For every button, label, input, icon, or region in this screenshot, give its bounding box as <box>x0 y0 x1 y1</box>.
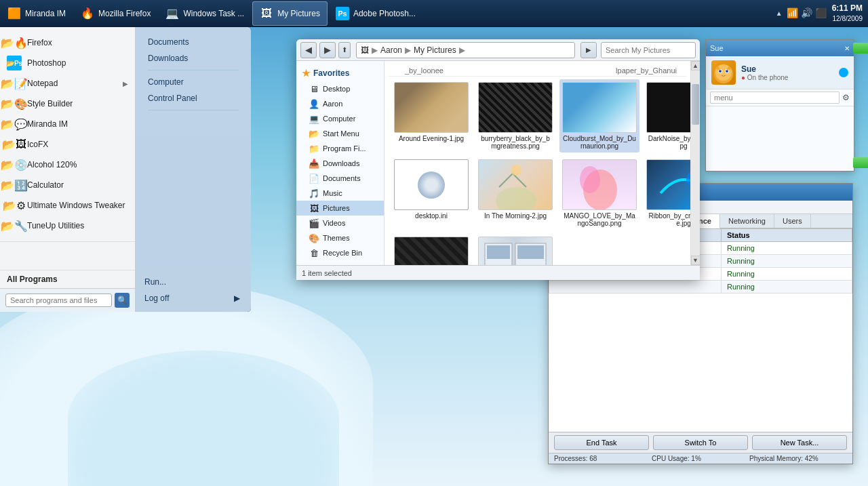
svg-line-1 <box>499 174 513 187</box>
mc-avatar <box>711 60 736 85</box>
task-mgr-icon: 💻 <box>165 7 179 20</box>
fe-sidebar-desktop[interactable]: 🖥 Desktop <box>296 81 384 96</box>
tm-tab-networking[interactable]: Networking <box>720 214 774 228</box>
my-pictures-icon: 🖼 <box>260 7 273 20</box>
desktop-ini-label: desktop.ini <box>415 212 448 220</box>
fe-scroll-down-btn[interactable]: ▼ <box>691 256 701 265</box>
start-item-uw-tweaker[interactable]: ⚙ Ultimate Windows Tweaker <box>0 195 135 216</box>
mc-title: Sue <box>710 44 844 52</box>
fe-sidebar-program-files[interactable]: 📁 Program Fi... <box>296 141 384 156</box>
fe-scroll-track[interactable] <box>691 70 700 256</box>
computer-label: Computer <box>323 115 355 123</box>
fe-sidebar-start-menu[interactable]: 📂 Start Menu <box>296 126 384 141</box>
fe-forward-button[interactable]: ▶ <box>319 42 336 58</box>
fe-sidebar-aaron[interactable]: 👤 Aaron <box>296 96 384 111</box>
fe-up-button[interactable]: ⬆ <box>338 42 351 58</box>
mc-gear-icon[interactable]: ⚙ <box>842 93 850 102</box>
start-search-input[interactable] <box>5 293 112 307</box>
start-item-tuneup[interactable]: 🔧 TuneUp Utilities <box>0 216 135 236</box>
fe-sidebar-themes[interactable]: 🎨 Themes <box>296 230 384 245</box>
fe-thumb-mango[interactable]: MANGO_LOVE_by_MangoSango.png <box>559 157 639 230</box>
fe-thumb-lp[interactable] <box>475 234 555 265</box>
cloudburst-image <box>562 82 637 133</box>
fe-thumb-ribbon[interactable]: Ribbon_by_cranial_bore.jpg <box>644 157 690 230</box>
fe-breadcrumb-mypictures: My Pictures <box>414 45 456 55</box>
ini-gear-shape <box>418 171 445 199</box>
fe-sidebar-videos[interactable]: 🎬 Videos <box>296 216 384 230</box>
firefox-prog-icon: 🔥 <box>7 35 22 50</box>
fe-sidebar-music[interactable]: 🎵 Music <box>296 186 384 201</box>
fe-thumb-cloudburst[interactable]: Cloudburst_Mod_by_Durnaurion.png <box>559 79 639 153</box>
taskbar-photoshop[interactable]: Ps Adobe Photosh... <box>329 1 422 26</box>
start-right-control-panel[interactable]: Control Panel <box>142 90 244 106</box>
fe-scroll-thumb[interactable] <box>692 84 699 125</box>
fe-thumbnails-grid: Around Evening-1.jpg burryberry_black_by… <box>389 77 686 265</box>
fe-thumb-darknoise[interactable]: DarkNoise_by_PhilOS.jpg <box>644 79 690 153</box>
taskbar-task-mgr[interactable]: 💻 Windows Task ... <box>159 1 251 26</box>
tm-tab-users[interactable]: Users <box>774 214 811 228</box>
start-item-notepad[interactable]: 📝 Notepad ▶ <box>0 73 135 94</box>
fe-sidebar-computer[interactable]: 💻 Computer <box>296 111 384 126</box>
fe-breadcrumb-aaron: Aaron <box>380 45 402 55</box>
mc-chat-area[interactable] <box>706 106 854 171</box>
program-files-label: Program Fi... <box>323 144 366 153</box>
taskbar-my-pictures[interactable]: 🖼 My Pictures <box>252 1 328 26</box>
start-item-firefox[interactable]: 🔥 Firefox <box>0 33 135 53</box>
mc-contact-info: Sue ● On the phone <box>741 64 839 81</box>
taskbar-miranda-im[interactable]: 🟧 Miranda IM <box>1 1 73 26</box>
fe-content: _by_loonee lpaper_by_Ghanui Around Eveni… <box>384 61 690 265</box>
start-search-button[interactable]: 🔍 <box>115 293 130 308</box>
all-programs-link[interactable]: All Programs <box>0 270 135 288</box>
program-files-icon: 📁 <box>309 143 319 154</box>
uw-tweaker-label: Ultimate Windows Tweaker <box>27 201 125 210</box>
fe-search-input[interactable] <box>601 46 700 54</box>
around-evening-label: Around Evening-1.jpg <box>399 135 464 142</box>
table-row[interactable]: Running <box>549 281 852 293</box>
start-item-miranda[interactable]: 💬 Miranda IM <box>0 114 135 134</box>
fe-breadcrumb[interactable]: 🖼 ▶ Aaron ▶ My Pictures ▶ <box>356 42 575 58</box>
fe-thumb-dark2[interactable] <box>391 234 471 265</box>
fe-thumb-burryberry[interactable]: burryberry_black_by_bmgreatness.png <box>475 79 555 153</box>
fe-sidebar-downloads[interactable]: 📥 Downloads <box>296 156 384 171</box>
tray-expand-arrow[interactable]: ▲ <box>776 9 783 17</box>
fe-sidebar-pictures[interactable]: 🖼 Pictures <box>296 201 384 216</box>
start-item-style-builder[interactable]: 🎨 Style Builder <box>0 94 135 114</box>
tray-clock[interactable]: 6:11 PM 12/8/2009 <box>832 3 863 24</box>
photoshop-icon: Ps <box>336 7 349 20</box>
fe-favorites-header[interactable]: ★ Favorites <box>296 65 384 81</box>
start-right-computer[interactable]: Computer <box>142 74 244 90</box>
fe-nav-extra-btn[interactable]: ▶ <box>580 42 597 58</box>
tm-new-task-btn[interactable]: New Task... <box>752 435 847 450</box>
log-off-row[interactable]: Log off ▶ <box>139 290 245 306</box>
fe-sidebar-documents[interactable]: 📄 Documents <box>296 171 384 186</box>
start-right-run[interactable]: Run... <box>139 274 245 290</box>
favorites-star-icon: ★ <box>302 68 311 79</box>
firefox-icon: 🔥 <box>81 7 94 20</box>
music-label: Music <box>323 189 342 197</box>
fe-sidebar-recycle-bin[interactable]: 🗑 Recycle Bin <box>296 245 384 260</box>
start-menu-label: Start Menu <box>323 129 359 138</box>
aaron-label: Aaron <box>323 100 342 108</box>
start-right-downloads[interactable]: Downloads <box>142 50 244 66</box>
start-item-photoshop[interactable]: Ps Photoshop <box>0 53 135 73</box>
mc-close-btn[interactable]: ✕ <box>844 45 850 52</box>
start-right-documents[interactable]: Documents <box>142 34 244 50</box>
green-pill-right-mid[interactable] <box>853 157 868 168</box>
green-pill-right-top[interactable] <box>853 43 868 54</box>
volume-icon[interactable]: 🔊 <box>801 7 812 18</box>
system-tray: ▲ 📶 🔊 ⬛ 6:11 PM 12/8/2009 <box>776 3 868 24</box>
fe-thumb-morning[interactable]: In The Morning-2.jpg <box>475 157 555 230</box>
tm-col-status[interactable]: Status <box>722 229 852 242</box>
tm-switch-to-btn[interactable]: Switch To <box>653 435 748 450</box>
taskbar-firefox[interactable]: 🔥 Mozilla Firefox <box>74 1 157 26</box>
fe-thumb-desktop-ini[interactable]: desktop.ini <box>391 157 471 230</box>
mc-menu-input[interactable] <box>710 92 840 104</box>
mango-label: MANGO_LOVE_by_MangoSango.png <box>562 212 637 227</box>
fe-back-button[interactable]: ◀ <box>300 42 317 58</box>
start-item-alcohol[interactable]: 💿 Alcohol 120% <box>0 155 135 175</box>
fe-scroll-up-btn[interactable]: ▲ <box>691 61 701 70</box>
fe-thumb-around-evening[interactable]: Around Evening-1.jpg <box>391 79 471 153</box>
tm-end-task-btn[interactable]: End Task <box>554 435 649 450</box>
start-item-icofx[interactable]: 🖼 IcoFX <box>0 134 135 155</box>
start-item-calculator[interactable]: 🔢 Calculator <box>0 175 135 195</box>
